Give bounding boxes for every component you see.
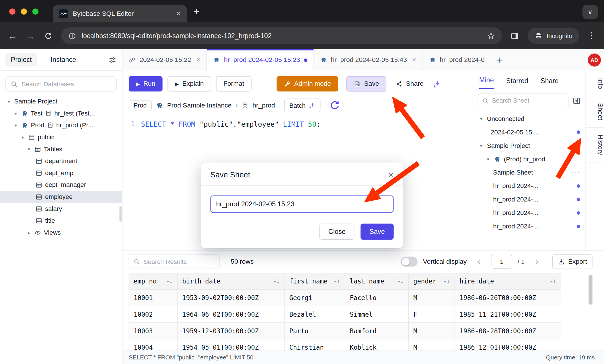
sheet-item[interactable]: hr_prod 2024-... (473, 206, 585, 220)
table-row[interactable]: 10001 1953-09-02T00:00:00Z Georgi Facell… (129, 290, 561, 306)
address-bar[interactable]: localhost:8080/sql-editor/prod-sample-in… (61, 27, 502, 44)
page-number-input[interactable] (491, 255, 512, 269)
tree-item-views-group[interactable]: ▸ Views (0, 227, 122, 239)
sort-icon[interactable] (443, 278, 450, 285)
sheet-group-project[interactable]: ▾ Sample Project (473, 139, 585, 152)
back-icon[interactable]: ← (8, 31, 17, 41)
tree-item-tables-group[interactable]: ▾ Tables (0, 143, 122, 155)
tree-item-table-employee[interactable]: employee (0, 191, 122, 203)
tree-item-table-title[interactable]: title (0, 215, 122, 227)
reload-icon[interactable] (44, 31, 53, 40)
results-search[interactable] (129, 254, 220, 269)
sheet-item[interactable]: hr_prod 2024-... (473, 179, 585, 193)
column-header[interactable]: gender (409, 274, 455, 290)
column-header[interactable]: emp_no (129, 274, 178, 290)
tree-item-project[interactable]: ▾ Sample Project (0, 95, 122, 107)
share-button[interactable]: Share (391, 76, 428, 92)
sort-icon[interactable] (397, 278, 404, 285)
new-tab-button[interactable]: + (193, 5, 200, 18)
refresh-connection-icon[interactable] (329, 100, 340, 111)
format-button[interactable]: Format (216, 76, 251, 92)
table-scrollbar[interactable] (589, 275, 592, 305)
column-header[interactable]: hire_date (455, 274, 561, 290)
user-avatar[interactable]: AD (588, 54, 601, 67)
more-options-icon[interactable]: ··· (571, 169, 580, 177)
tab-shared[interactable]: Share (541, 77, 559, 89)
edge-tab-history[interactable]: History (586, 128, 604, 162)
caret-right-icon[interactable]: ▸ (26, 230, 32, 235)
window-minimize-button[interactable] (21, 9, 27, 15)
database-search[interactable] (5, 76, 117, 92)
sort-icon[interactable] (550, 278, 556, 285)
tab-project[interactable]: Project (5, 53, 37, 66)
column-header[interactable]: last_name (345, 274, 409, 290)
site-info-icon[interactable] (68, 32, 76, 40)
run-button[interactable]: ▶ Run (129, 76, 163, 92)
column-header[interactable]: first_name (285, 274, 345, 290)
edge-tab-info[interactable]: Info (586, 71, 604, 96)
ai-sparkle-icon[interactable] (433, 80, 441, 88)
close-tab-icon[interactable]: × (196, 56, 200, 64)
tree-item-table-department[interactable]: department (0, 155, 122, 167)
table-row[interactable]: 10002 1964-06-02T00:00:00Z Bezalel Simme… (129, 306, 561, 323)
sheet-item[interactable]: hr_prod 2024-... (473, 220, 585, 233)
new-sheet-tab-button[interactable]: + (491, 49, 508, 71)
save-button[interactable]: Save (361, 224, 393, 240)
close-tab-icon[interactable]: × (412, 56, 416, 64)
close-dialog-icon[interactable]: × (388, 170, 394, 179)
editor-tab-3[interactable]: hr_prod 2024-02-05 15:43 × (314, 49, 423, 71)
tree-item-table-dept-manager[interactable]: dept_manager (0, 179, 122, 191)
database-name[interactable]: hr_prod (252, 101, 275, 109)
sheet-item[interactable]: hr_prod 2024-... (473, 193, 585, 206)
caret-down-icon[interactable]: ▾ (478, 116, 484, 122)
editor-tab-1[interactable]: 2024-02-05 15:22 × (122, 49, 207, 71)
vertical-display-toggle[interactable] (401, 257, 418, 267)
tab-mine[interactable]: Mine (479, 76, 494, 89)
editor-tab-4[interactable]: hr_prod 2024-0 (423, 49, 491, 71)
tree-item-table-dept-emp[interactable]: dept_emp (0, 167, 122, 179)
sheet-search[interactable] (478, 93, 568, 108)
tab-instance[interactable]: Instance (49, 53, 78, 66)
filter-tune-icon[interactable] (108, 56, 117, 64)
next-page-icon[interactable]: › (530, 255, 544, 269)
caret-down-icon[interactable]: ▾ (26, 146, 32, 152)
save-sheet-button[interactable]: Save (346, 76, 386, 92)
sidebar-resize-handle[interactable] (119, 206, 122, 222)
database-search-input[interactable] (22, 80, 112, 88)
tree-item-hr-prod[interactable]: ▾ Prod hr_prod (Pr... (0, 119, 122, 131)
forward-icon[interactable]: → (26, 31, 36, 41)
close-button[interactable]: Close (319, 224, 354, 240)
window-close-button[interactable] (9, 9, 15, 15)
column-header[interactable]: birth_date (178, 274, 285, 290)
sheet-item-sample-sheet[interactable]: Sample Sheet ··· (473, 166, 585, 179)
admin-mode-button[interactable]: Admin mode (276, 76, 338, 92)
browser-tab[interactable]: Bytebase SQL Editor × (53, 5, 187, 22)
sort-icon[interactable] (273, 278, 280, 285)
sheet-group-database[interactable]: ▾ (Prod) hr_prod (473, 152, 585, 166)
sheet-group-unconnected[interactable]: ▾ Unconnected (473, 112, 585, 126)
export-button[interactable]: Export (552, 254, 593, 269)
tab-starred[interactable]: Starred (506, 77, 528, 89)
caret-down-icon[interactable]: ▾ (478, 143, 484, 148)
caret-down-icon[interactable]: ▾ (13, 123, 19, 128)
tree-item-hr-test[interactable]: ▸ Test hr_test (Test... (0, 107, 122, 120)
caret-down-icon[interactable]: ▾ (6, 99, 11, 104)
results-search-input[interactable] (144, 258, 215, 265)
caret-down-icon[interactable]: ▾ (20, 134, 26, 140)
sheet-search-input[interactable] (492, 97, 564, 104)
table-row[interactable]: 10003 1959-12-03T00:00:00Z Parto Bamford… (129, 323, 561, 339)
edge-tab-sheet[interactable]: Sheet (586, 96, 604, 128)
tree-item-schema-public[interactable]: ▾ public (0, 131, 122, 143)
caret-down-icon[interactable]: ▾ (485, 156, 491, 162)
environment-pill[interactable]: Prod (129, 100, 152, 110)
tab-close-icon[interactable]: × (176, 9, 181, 18)
window-maximize-button[interactable] (32, 9, 38, 15)
side-panel-icon[interactable] (511, 31, 519, 40)
table-row[interactable]: 10004 1954-05-01T00:00:00Z Chirstian Kob… (129, 339, 561, 351)
tree-item-table-salary[interactable]: salary (0, 203, 122, 215)
browser-menu-icon[interactable]: ⋮ (587, 31, 596, 41)
explain-button[interactable]: ▶ Explain (168, 76, 211, 92)
sheet-name-input[interactable] (210, 195, 393, 213)
caret-right-icon[interactable]: ▸ (13, 111, 19, 116)
tab-list-chevron-icon[interactable]: ∨ (582, 5, 598, 19)
